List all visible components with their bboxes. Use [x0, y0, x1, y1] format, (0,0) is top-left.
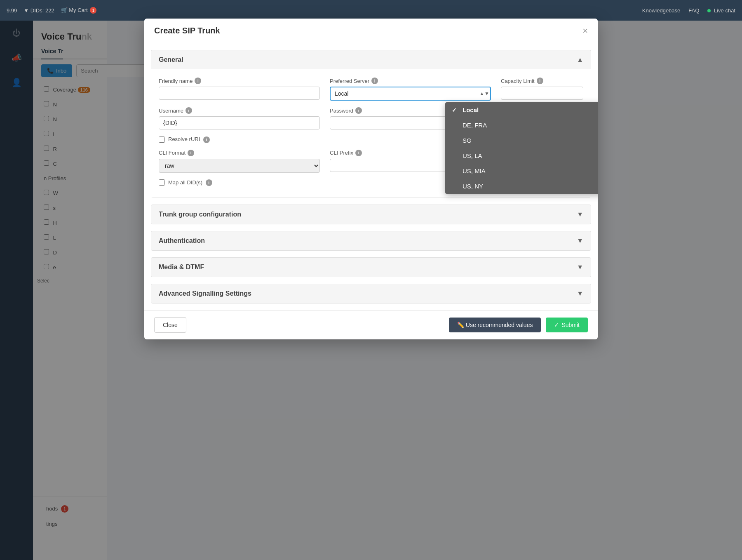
- modal-title: Create SIP Trunk: [154, 26, 220, 35]
- cart-link[interactable]: 🛒 My Cart 1: [61, 7, 97, 14]
- password-info-icon: i: [355, 107, 362, 114]
- map-all-dids-label: Map all DID(s) i: [168, 179, 212, 186]
- general-chevron-icon: ▲: [577, 56, 583, 64]
- map-all-dids-checkbox[interactable]: [159, 179, 165, 186]
- advanced-signalling-section: Advanced Signalling Settings ▼: [151, 284, 591, 304]
- cart-badge: 1: [90, 7, 96, 14]
- preferred-server-input[interactable]: [330, 87, 491, 101]
- general-section: General ▲ Friendly name i Preferr: [151, 50, 591, 198]
- advanced-signalling-chevron-icon: ▼: [577, 290, 583, 297]
- modal-body: General ▲ Friendly name i Preferr: [144, 43, 598, 310]
- top-bar: 9.99 ▼ DIDs: 222 🛒 My Cart 1 Knowledgeba…: [0, 0, 742, 21]
- username-group: Username i: [159, 107, 320, 129]
- friendly-name-group: Friendly name i: [159, 78, 320, 100]
- username-label: Username i: [159, 107, 320, 114]
- cli-format-group: CLI Format i raw e164: [159, 150, 320, 173]
- dropdown-option-local[interactable]: ✓ Local: [445, 102, 598, 118]
- capacity-limit-info-icon: i: [537, 78, 543, 84]
- authentication-section-header[interactable]: Authentication ▼: [151, 231, 591, 250]
- close-button[interactable]: Close: [154, 317, 186, 333]
- use-recommended-button[interactable]: ✏️ Use recommended values: [449, 318, 541, 332]
- authentication-section-title: Authentication: [159, 237, 205, 245]
- modal-close-button[interactable]: ×: [582, 26, 588, 35]
- modal-footer: Close ✏️ Use recommended values ✓ Submit: [144, 310, 598, 339]
- friendly-name-label: Friendly name i: [159, 78, 320, 84]
- pencil-icon: ✏️: [457, 322, 464, 328]
- faq-link[interactable]: FAQ: [688, 7, 699, 14]
- trunk-group-section: Trunk group configuration ▼: [151, 205, 591, 224]
- footer-right-buttons: ✏️ Use recommended values ✓ Submit: [449, 318, 588, 332]
- resolve-ruri-checkbox[interactable]: [159, 136, 165, 143]
- preferred-server-group: Preferred Server i ▲▼ ✓ Local: [330, 78, 491, 101]
- username-input[interactable]: [159, 116, 320, 129]
- cli-format-label: CLI Format i: [159, 150, 320, 156]
- media-dtmf-chevron-icon: ▼: [577, 264, 583, 271]
- checkmark-icon: ✓: [452, 107, 458, 113]
- cli-format-select[interactable]: raw e164: [159, 159, 320, 173]
- knowledgebase-link[interactable]: Knowledgebase: [642, 7, 681, 14]
- cli-format-info-icon: i: [188, 150, 194, 156]
- resolve-ruri-label: Resolve rURI i: [168, 136, 210, 143]
- dropdown-option-us-ny[interactable]: US, NY: [445, 179, 598, 194]
- friendly-name-input[interactable]: [159, 87, 320, 100]
- dropdown-option-us-mia[interactable]: US, MIA: [445, 163, 598, 179]
- username-info-icon: i: [186, 107, 192, 114]
- dropdown-option-us-la[interactable]: US, LA: [445, 148, 598, 163]
- general-section-body: Friendly name i Preferred Server i ▲▼: [151, 69, 591, 198]
- dropdown-option-sg[interactable]: SG: [445, 133, 598, 148]
- authentication-section: Authentication ▼: [151, 231, 591, 251]
- advanced-signalling-section-header[interactable]: Advanced Signalling Settings ▼: [151, 284, 591, 303]
- general-section-title: General: [159, 56, 183, 64]
- media-dtmf-section-title: Media & DTMF: [159, 264, 204, 271]
- modal-header: Create SIP Trunk ×: [144, 19, 598, 43]
- live-chat-status-dot: [707, 9, 711, 12]
- capacity-limit-label: Capacity Limit i: [501, 78, 583, 84]
- cli-prefix-info-icon: i: [355, 150, 362, 156]
- dids-count: ▼ DIDs: 222: [23, 7, 54, 14]
- top-bar-right: Knowledgebase FAQ Live chat: [642, 7, 735, 14]
- general-section-header[interactable]: General ▲: [151, 50, 591, 69]
- media-dtmf-section-header[interactable]: Media & DTMF ▼: [151, 258, 591, 277]
- map-all-dids-info-icon: i: [206, 179, 212, 186]
- capacity-limit-input[interactable]: [501, 87, 583, 100]
- preferred-server-label: Preferred Server i: [330, 78, 491, 84]
- preferred-server-info-icon: i: [371, 78, 378, 84]
- submit-button[interactable]: ✓ Submit: [546, 318, 588, 332]
- live-chat-link[interactable]: Live chat: [707, 7, 735, 14]
- check-icon: ✓: [554, 322, 559, 328]
- account-balance: 9.99: [7, 7, 17, 14]
- friendly-name-info-icon: i: [195, 78, 201, 84]
- media-dtmf-section: Media & DTMF ▼: [151, 257, 591, 277]
- advanced-signalling-section-title: Advanced Signalling Settings: [159, 290, 251, 297]
- trunk-group-section-header[interactable]: Trunk group configuration ▼: [151, 205, 591, 224]
- resolve-ruri-info-icon: i: [203, 136, 210, 143]
- preferred-server-dropdown: ✓ Local DE, FRA SG: [445, 102, 598, 194]
- capacity-limit-group: Capacity Limit i: [501, 78, 583, 100]
- create-sip-trunk-modal: Create SIP Trunk × General ▲ Friendly na…: [144, 19, 598, 339]
- dropdown-option-de-fra[interactable]: DE, FRA: [445, 118, 598, 133]
- trunk-group-section-title: Trunk group configuration: [159, 211, 241, 218]
- form-row-1: Friendly name i Preferred Server i ▲▼: [159, 78, 583, 101]
- authentication-chevron-icon: ▼: [577, 237, 583, 245]
- trunk-group-chevron-icon: ▼: [577, 211, 583, 218]
